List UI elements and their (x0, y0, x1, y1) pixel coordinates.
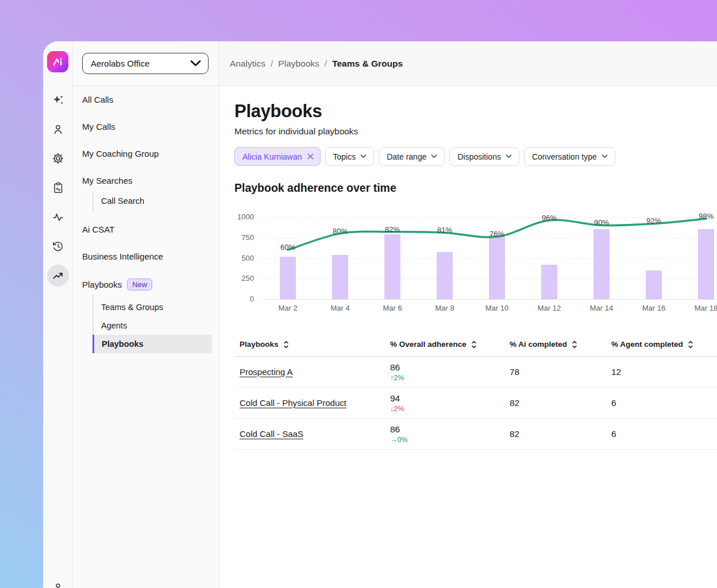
new-badge: New (127, 278, 152, 291)
sparkles-icon (47, 89, 69, 111)
playbook-link[interactable]: Cold Call - Physical Product (240, 398, 346, 408)
column-header-playbooks[interactable]: Playbooks (240, 340, 390, 349)
overall-adherence-cell: 86→0% (390, 424, 510, 444)
breadcrumb-separator: / (271, 59, 273, 68)
filter-dropdown-conversation-type[interactable]: Conversation type (524, 147, 615, 166)
filter-dropdown-label: Conversation type (532, 152, 597, 161)
icon-rail (43, 41, 73, 588)
playbooks-table: Playbooks% Overall adherence% Ai complet… (234, 332, 717, 450)
remove-filter-icon[interactable] (307, 153, 314, 160)
line-point-label: 92% (646, 216, 661, 225)
rail-item-history-icon[interactable] (43, 231, 73, 261)
playbook-name-cell: Cold Call - SaaS (240, 429, 390, 439)
rail-item-person-icon[interactable] (43, 114, 73, 144)
agent-completed-cell: 6 (611, 398, 717, 408)
chevron-down-icon (431, 154, 437, 158)
adherence-chart: 0250500750100060%80%82%81%76%96%90%92%98… (234, 198, 717, 323)
line-point-label: 81% (437, 226, 452, 234)
rail-item-playbook-clipboard-icon[interactable] (43, 173, 73, 202)
activity-icon (47, 206, 69, 228)
person-icon (47, 118, 69, 140)
filter-dropdown-label: Topics (333, 152, 356, 161)
sort-icon[interactable] (571, 341, 578, 349)
sidebar-item-label: My Searches (82, 176, 133, 185)
chart-section-title: Playbook adherence over time (234, 181, 717, 195)
sidebar: Aerolabs Office All CallsMy CallsMy Coac… (73, 41, 219, 588)
line-point-label: 60% (280, 243, 295, 252)
line-point-label: 98% (699, 211, 714, 220)
sort-icon[interactable] (687, 341, 694, 349)
filter-dropdown-dispositions[interactable]: Dispositions (449, 147, 519, 166)
gear-icon (47, 148, 69, 169)
column-header-label: % Overall adherence (390, 340, 467, 349)
sidebar-subitem-playbooks[interactable]: Playbooks (92, 335, 212, 353)
overall-adherence-value: 86 (390, 362, 510, 373)
breadcrumb: Analytics/Playbooks/Teams & Groups (230, 59, 403, 69)
workspace-selector[interactable]: Aerolabs Office (82, 53, 209, 74)
main-area: Analytics/Playbooks/Teams & Groups Playb… (219, 41, 717, 588)
chevron-down-icon (602, 154, 608, 158)
sidebar-item-label: Ai CSAT (82, 225, 114, 234)
column-header-label: % Agent completed (611, 340, 683, 349)
gridline (263, 299, 717, 300)
page-title: Playbooks (234, 101, 717, 122)
workspace-row: Aerolabs Office (73, 41, 219, 86)
sidebar-item-label: Business Intelligence (82, 252, 163, 261)
y-axis-tick: 250 (234, 274, 254, 283)
breadcrumb-separator: / (325, 59, 327, 68)
chevron-down-icon (190, 60, 201, 67)
x-axis-label: Mar 6 (383, 304, 402, 312)
playbook-link[interactable]: Cold Call - SaaS (240, 429, 303, 439)
sidebar-subitem-agents[interactable]: Agents (94, 316, 212, 335)
filter-dropdown-topics[interactable]: Topics (325, 147, 375, 166)
sort-icon[interactable] (283, 341, 290, 349)
sidebar-item-all-calls[interactable]: All Calls (80, 86, 212, 113)
rail-item-activity-icon[interactable] (43, 202, 73, 231)
sort-icon[interactable] (471, 341, 477, 349)
column-header--agent-completed[interactable]: % Agent completed (611, 340, 717, 349)
x-axis-label: Mar 14 (590, 304, 613, 312)
sidebar-item-my-calls[interactable]: My Calls (80, 113, 212, 140)
y-axis-tick: 750 (234, 233, 254, 242)
trending-up-icon (47, 265, 69, 287)
y-axis-tick: 1000 (234, 212, 254, 221)
sidebar-subitem-teams-groups[interactable]: Teams & Groups (94, 298, 212, 316)
overall-adherence-value: 86 (390, 424, 510, 435)
filter-chip-label: Alicia Kurniawan (242, 152, 302, 161)
breadcrumb-item[interactable]: Analytics (230, 59, 265, 68)
x-axis-label: Mar 4 (330, 304, 349, 312)
sidebar-item-my-searches[interactable]: My Searches (80, 167, 212, 194)
breadcrumb-item[interactable]: Playbooks (278, 59, 319, 68)
table-row: Prospecting A86↑2%7812 (234, 357, 717, 388)
rail-item-gear-icon[interactable] (43, 144, 73, 173)
playbook-link[interactable]: Prospecting A (240, 367, 293, 377)
sidebar-item-ai-csat[interactable]: Ai CSAT (80, 216, 212, 243)
line-point-label: 80% (333, 226, 348, 235)
column-header--ai-completed[interactable]: % Ai completed (510, 340, 611, 349)
sidebar-item-business-intelligence[interactable]: Business Intelligence (80, 243, 212, 270)
table-header-row: Playbooks% Overall adherence% Ai complet… (234, 332, 717, 357)
sidebar-item-label: My Calls (82, 122, 115, 131)
sidebar-subitem-call-search[interactable]: Call Search (94, 192, 212, 210)
column-header-label: % Ai completed (510, 340, 567, 349)
user-icon[interactable] (43, 582, 73, 588)
playbook-clipboard-icon (47, 177, 69, 199)
line-point-label: 82% (385, 225, 400, 233)
breadcrumb-item: Teams & Groups (332, 59, 403, 68)
overall-adherence-cell: 94↓2% (390, 393, 510, 413)
workspace-name: Aerolabs Office (91, 59, 149, 68)
content: Playbooks Metrics for individual playboo… (219, 86, 717, 588)
x-axis-label: Mar 2 (278, 304, 297, 312)
app-logo[interactable] (47, 51, 68, 72)
rail-item-sparkles-icon[interactable] (43, 85, 73, 114)
column-header-label: Playbooks (240, 340, 279, 349)
chevron-down-icon (360, 154, 367, 158)
ai-completed-cell: 78 (510, 367, 611, 377)
column-header--overall-adherence[interactable]: % Overall adherence (390, 340, 510, 349)
x-axis-label: Mar 12 (538, 304, 561, 312)
playbook-name-cell: Prospecting A (240, 367, 390, 377)
sidebar-item-my-coaching-group[interactable]: My Coaching Group (80, 140, 212, 167)
filter-dropdown-date-range[interactable]: Date range (379, 147, 445, 166)
filter-chip-active[interactable]: Alicia Kurniawan (234, 147, 321, 166)
rail-item-trending-up-icon[interactable] (43, 261, 73, 290)
